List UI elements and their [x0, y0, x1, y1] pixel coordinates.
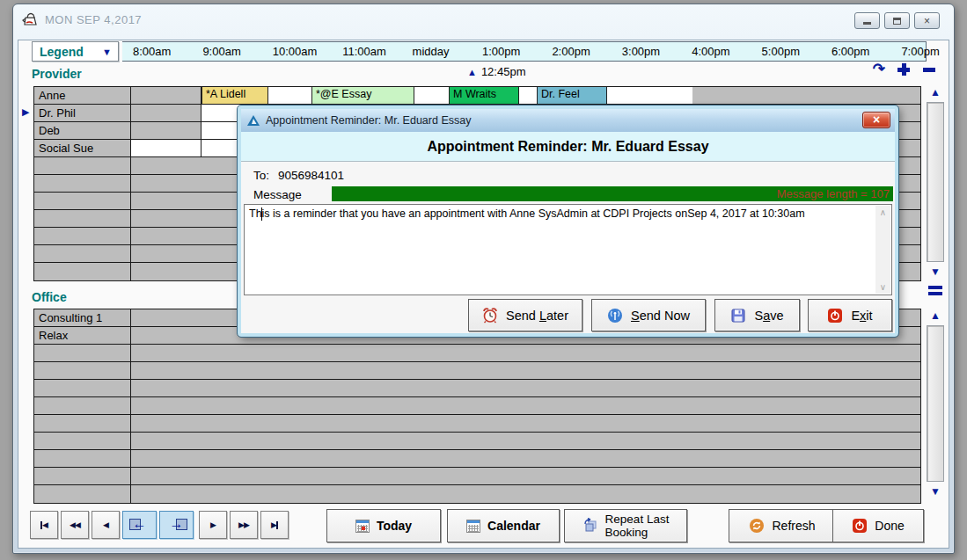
office-section-label: Office [32, 290, 67, 304]
appointment-block[interactable]: *@E Essay [311, 87, 414, 104]
scroll-down-icon[interactable]: ▼ [925, 265, 946, 279]
zoom-in-plus-icon[interactable] [897, 62, 911, 76]
grid-row-empty[interactable] [34, 345, 920, 362]
row-label[interactable]: Deb [34, 122, 131, 139]
row-label[interactable] [34, 175, 131, 192]
row-label[interactable] [34, 193, 131, 209]
send-now-button[interactable]: Send Now [591, 299, 706, 331]
time-tick: 10:00am [273, 45, 318, 58]
legend-dropdown[interactable]: Legend ▼ [32, 41, 119, 62]
row-label[interactable] [34, 228, 131, 244]
close-icon: × [873, 113, 880, 127]
schedule-cell[interactable] [201, 87, 692, 104]
send-later-button[interactable]: Send Later [468, 299, 582, 331]
nav-fast-next-button[interactable]: ▶▶ [230, 511, 258, 539]
scroll-up-icon[interactable]: ▲ [925, 85, 946, 99]
grid-row-empty[interactable] [34, 450, 920, 468]
schedule-cell[interactable] [131, 140, 201, 156]
scroll-up-icon[interactable]: ∧ [880, 207, 886, 217]
scroll-down-icon[interactable]: ∨ [880, 282, 886, 292]
repeat-last-booking-button[interactable]: Repeat Last Booking [564, 509, 687, 542]
grid-row-empty[interactable] [34, 397, 920, 415]
dialog-titlebar[interactable]: Appointment Reminder: Mr. Eduard Essay × [241, 109, 895, 132]
row-label[interactable] [34, 345, 131, 361]
schedule-cell[interactable] [131, 87, 201, 104]
refresh-label: Refresh [772, 519, 815, 533]
row-label[interactable] [34, 210, 131, 227]
grid-row-empty[interactable] [34, 362, 920, 380]
dialog-close-button[interactable]: × [862, 112, 890, 128]
scrollbar-thumb[interactable] [927, 102, 944, 262]
schedule-cell[interactable] [131, 485, 920, 503]
schedule-cell[interactable] [131, 122, 201, 139]
schedule-cell[interactable] [131, 450, 920, 467]
textarea-scrollbar[interactable]: ∧ ∨ [875, 206, 890, 294]
provider-scrollbar[interactable]: ▲ ▼ [925, 85, 946, 286]
schedule-cell[interactable] [692, 87, 920, 104]
row-label[interactable]: Social Sue [34, 140, 131, 156]
nav-last-button[interactable]: ▶ [260, 511, 289, 539]
schedule-cell[interactable] [131, 397, 920, 414]
nav-first-icon: ◀ [42, 520, 48, 529]
schedule-cell[interactable] [131, 415, 920, 432]
schedule-cell[interactable] [131, 380, 920, 396]
nav-previous-booking-button[interactable]: ← [122, 511, 157, 539]
appointment-block[interactable]: Dr. Feel [537, 87, 607, 104]
row-label[interactable] [34, 263, 131, 280]
schedule-cell[interactable] [131, 433, 920, 449]
row-label[interactable] [34, 450, 131, 467]
grid-row-empty[interactable] [34, 415, 920, 433]
floppy-disk-icon [730, 308, 746, 324]
row-label[interactable] [34, 485, 131, 503]
calendar-button[interactable]: Calendar [447, 509, 560, 542]
row-label[interactable] [34, 380, 131, 396]
restore-button[interactable] [884, 12, 910, 29]
row-label[interactable] [34, 415, 131, 432]
done-button[interactable]: Done [832, 509, 924, 542]
time-tick: 3:00pm [622, 45, 660, 58]
nav-previous-button[interactable]: ◀ [92, 511, 120, 539]
nav-next-booking-button[interactable]: → [159, 511, 194, 539]
row-label[interactable] [34, 245, 131, 262]
scroll-down-icon[interactable]: ▼ [925, 484, 946, 498]
row-label[interactable]: Consulting 1 [34, 309, 131, 326]
scroll-up-icon[interactable]: ▲ [925, 309, 946, 323]
exit-button[interactable]: Exit [808, 299, 892, 331]
nav-next-button[interactable]: ▶ [199, 511, 227, 539]
grid-row-empty[interactable] [34, 468, 920, 485]
schedule-cell[interactable] [131, 105, 201, 121]
row-label[interactable]: Anne [34, 87, 131, 104]
row-label[interactable] [34, 157, 131, 174]
scrollbar-thumb[interactable] [927, 325, 944, 482]
minimize-icon [863, 22, 871, 25]
nav-fast-previous-button[interactable]: ◀◀ [61, 511, 89, 539]
row-label[interactable] [34, 468, 131, 484]
appointment-block[interactable]: M Wraits [449, 87, 519, 104]
zoom-out-minus-icon[interactable] [922, 62, 936, 76]
schedule-cell[interactable] [131, 468, 920, 484]
schedule-cell[interactable] [131, 362, 920, 379]
provider-row-anne[interactable]: Anne *A Lidell *@E Essay M Wraits Dr. Fe… [34, 87, 920, 105]
save-button[interactable]: Save [714, 299, 800, 331]
row-label[interactable]: Dr. Phil [34, 105, 131, 121]
grid-row-empty[interactable] [34, 485, 920, 503]
rotate-refresh-icon[interactable]: ↷ [873, 63, 885, 76]
message-textarea[interactable]: This is a reminder that you have an appo… [244, 204, 892, 295]
schedule-cell[interactable] [131, 345, 920, 361]
office-scrollbar[interactable]: ▲ ▼ [925, 309, 946, 505]
minimize-button[interactable] [854, 12, 880, 29]
row-label[interactable] [34, 433, 131, 449]
grid-row-empty[interactable] [34, 380, 920, 397]
window-titlebar[interactable]: MON SEP 4,2017 × [13, 4, 954, 38]
appointment-block[interactable]: *A Lidell [201, 87, 268, 104]
grid-row-empty[interactable] [34, 433, 920, 450]
pane-splitter-handle[interactable] [928, 286, 942, 298]
row-label[interactable] [34, 362, 131, 379]
refresh-button[interactable]: Refresh [729, 509, 836, 542]
row-label[interactable] [34, 397, 131, 414]
nav-first-button[interactable]: ◀ [30, 511, 58, 539]
close-window-button[interactable]: × [914, 12, 940, 29]
today-button[interactable]: Today [326, 509, 441, 542]
row-label[interactable]: Relax [34, 327, 131, 344]
refresh-icon [749, 518, 765, 534]
